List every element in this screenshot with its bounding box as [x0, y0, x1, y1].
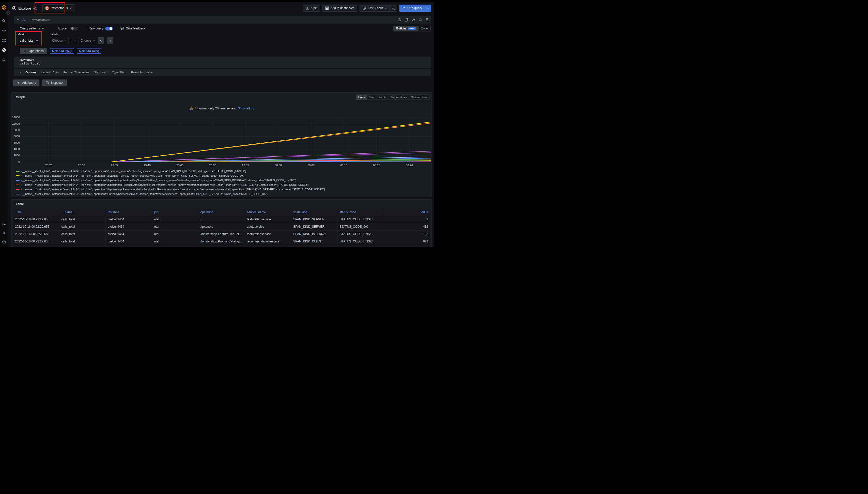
label-operator-value: = — [71, 39, 73, 42]
cell-job: otel — [152, 230, 199, 238]
chevron-down-icon — [42, 28, 44, 29]
sidebar-expand-button[interactable]: › — [6, 11, 10, 15]
legend-label: {__name__="calls_total", instance="otelc… — [21, 179, 296, 182]
cell-status-code: STATUS_CODE_OK — [338, 223, 384, 230]
builder-mode-tab[interactable]: Builder Beta — [394, 26, 418, 31]
table-row: 2022-10-16 00:22:29.655calls_totalotelco… — [13, 230, 431, 238]
graph-mode-stacked-bars[interactable]: Stacked bars — [409, 95, 430, 99]
label-key-select[interactable]: Choose — [50, 37, 69, 44]
time-series-chart[interactable] — [22, 116, 432, 164]
cell-time: 2022-10-16 00:22:29.655 — [13, 230, 59, 238]
column-header-span-kind[interactable]: span_kind — [291, 209, 338, 216]
settings-gear-icon[interactable] — [0, 229, 8, 238]
time-picker-button[interactable]: Last 1 hour — [360, 5, 390, 12]
add-operation-button[interactable]: ＋ Operations — [20, 48, 47, 54]
legend-item[interactable]: {__name__="calls_total", instance="otelc… — [16, 178, 430, 183]
x-axis-tick-label: 23:55 — [238, 164, 253, 167]
disable-query-eye-icon[interactable] — [411, 18, 415, 22]
add-to-dashboard-label: Add to dashboard — [330, 6, 355, 10]
column-header-status-code[interactable]: status_code — [338, 209, 384, 216]
code-mode-tab[interactable]: Code — [418, 26, 431, 31]
raw-query-toggle[interactable] — [105, 27, 113, 31]
alerting-bell-icon[interactable] — [0, 55, 8, 64]
options-label[interactable]: Options — [25, 71, 36, 74]
star-icon[interactable] — [0, 26, 8, 35]
hint-add-sum-button[interactable]: hint: add sum() — [77, 48, 102, 54]
show-all-series-link[interactable]: Show all 55 — [238, 107, 254, 110]
zoom-out-time-button[interactable] — [390, 5, 397, 12]
add-label-filter-button[interactable]: ＋ — [107, 37, 113, 44]
legend-label: {__name__="calls_total", instance="otelc… — [21, 174, 246, 177]
cell-operation: /hipstershop.ProductCatalogService/ListP… — [198, 238, 245, 245]
graph-mode-points[interactable]: Points — [377, 95, 388, 99]
x-axis-tick-label: 00:10 — [336, 164, 351, 167]
labels-field-label: Labels — [50, 33, 113, 36]
collapse-chevron-icon[interactable] — [17, 19, 19, 21]
chevron-down-icon — [36, 40, 38, 41]
cell---name--: calls_total — [59, 223, 106, 230]
cell-status-code: STATUS_CODE_UNSET — [338, 238, 384, 245]
column-header-time[interactable]: Time — [13, 209, 59, 216]
option-summary-item: Exemplars: false — [131, 71, 153, 74]
datasource-picker[interactable]: Prometheus — [42, 4, 74, 12]
dashboard-grid-icon — [325, 6, 329, 10]
run-query-dropdown[interactable] — [425, 4, 431, 12]
column-header---name--[interactable]: __name__ — [59, 209, 106, 216]
explore-compass-icon[interactable] — [0, 46, 8, 54]
share-icon[interactable] — [33, 6, 37, 10]
column-header-operation[interactable]: operation — [198, 209, 245, 216]
query-options-row[interactable]: › Options Legend: AutoFormat: Time serie… — [14, 69, 431, 76]
run-query-button[interactable]: Run query — [399, 4, 425, 12]
remove-query-trash-icon[interactable] — [418, 18, 422, 22]
graph-mode-lines[interactable]: Lines — [356, 95, 367, 99]
give-feedback-button[interactable]: Give feedback — [121, 27, 145, 30]
column-header-instance[interactable]: instance — [106, 209, 152, 216]
label-value-select[interactable]: Choose — [78, 37, 97, 44]
options-chevron-icon: › — [20, 71, 21, 74]
help-icon[interactable]: ? — [0, 238, 8, 246]
table-header-row: Time__name__instancejoboperationservice_… — [13, 209, 431, 216]
add-query-button[interactable]: ＋ Add query — [13, 79, 39, 86]
remove-label-filter-button[interactable]: ✕ — [97, 37, 104, 44]
drag-handle-icon[interactable] — [426, 18, 428, 22]
query-row-header[interactable]: A (Prometheus) ? — [14, 16, 431, 24]
cell-value: 621 — [384, 245, 431, 247]
query-patterns-dropdown[interactable]: Query patterns — [20, 27, 44, 30]
sign-in-icon[interactable] — [0, 220, 8, 229]
labels-field-group: Labels Choose = Choose ✕ ＋ — [50, 33, 113, 44]
query-patterns-label: Query patterns — [20, 27, 40, 30]
column-header-job[interactable]: job — [152, 209, 199, 216]
graph-mode-bars[interactable]: Bars — [367, 95, 377, 99]
hint-add-rate-button[interactable]: hint: add rate() — [50, 48, 74, 54]
x-axis-tick-label: 00:15 — [369, 164, 384, 167]
label-value-placeholder: Choose — [80, 39, 91, 42]
duplicate-query-icon[interactable] — [404, 18, 408, 22]
label-operator-select[interactable]: = — [69, 37, 78, 44]
column-header-value[interactable]: Value — [384, 209, 431, 216]
chevron-down-icon — [93, 40, 95, 41]
split-button[interactable]: Split — [303, 4, 320, 12]
add-to-dashboard-button[interactable]: Add to dashboard — [323, 4, 358, 12]
column-header-service-name[interactable]: service_name — [245, 209, 291, 216]
cell-status-code: STATUS_CODE_UNSET — [338, 230, 384, 238]
cell-service-name: featureflagservice — [245, 230, 291, 238]
graph-mode-stacked-lines[interactable]: Stacked lines — [388, 95, 409, 99]
apps-icon[interactable] — [0, 36, 8, 45]
inspector-button[interactable]: Inspector — [42, 79, 67, 86]
graph-mode-tabs: LinesBarsPointsStacked linesStacked bars — [356, 94, 430, 100]
legend-item[interactable]: {__name__="calls_total", instance="otelc… — [16, 169, 430, 173]
legend-item[interactable]: {__name__="calls_total", instance="otelc… — [16, 173, 430, 178]
legend-item[interactable]: {__name__="calls_total", instance="otelc… — [16, 183, 430, 187]
cell-span-kind: SPAN_KIND_CLIENT — [291, 238, 338, 245]
legend-item[interactable]: {__name__="calls_total", instance="otelc… — [16, 187, 430, 192]
x-axis-tick-label: 00:20 — [402, 164, 417, 167]
metric-select[interactable]: calls_total — [18, 37, 40, 44]
explain-toggle[interactable] — [70, 27, 78, 31]
legend-item[interactable]: {__name__="calls_total", instance="otelc… — [16, 192, 430, 196]
explore-page: ? › Explore P — [0, 0, 434, 247]
y-axis-tick-label: 2000 — [12, 154, 20, 157]
query-help-icon[interactable]: ? — [398, 18, 401, 22]
explain-toggle-group: Explain — [58, 27, 78, 31]
builder-label: Builder — [396, 27, 406, 30]
search-icon[interactable] — [0, 17, 8, 25]
